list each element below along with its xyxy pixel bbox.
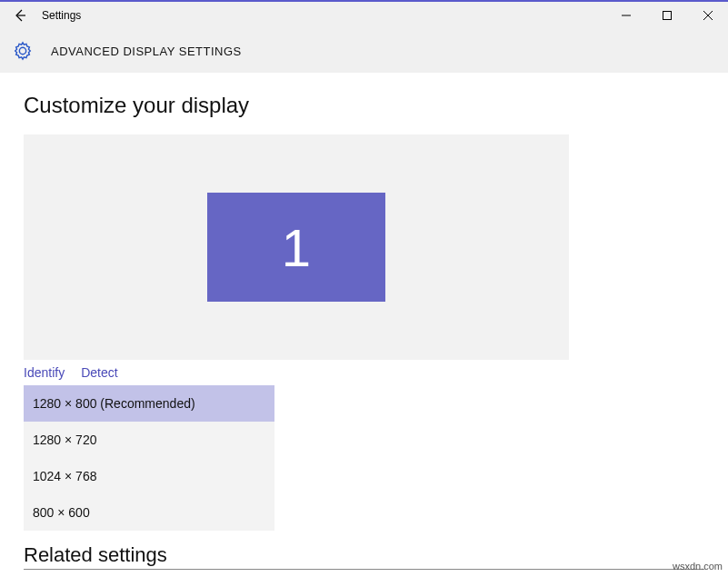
section-heading: Customize your display (24, 93, 704, 118)
window-controls (605, 2, 728, 29)
svg-rect-2 (663, 12, 671, 20)
resolution-option[interactable]: 1280 × 720 (24, 422, 274, 458)
display-actions: Identify Detect (24, 365, 704, 380)
resolution-option[interactable]: 1280 × 800 (Recommended) (24, 385, 274, 422)
window-title: Settings (42, 9, 81, 22)
detect-link[interactable]: Detect (81, 365, 117, 380)
back-arrow-icon (13, 8, 27, 23)
maximize-button[interactable] (646, 2, 687, 29)
close-button[interactable] (687, 2, 728, 29)
content-area: Customize your display 1 Identify Detect… (0, 73, 728, 570)
back-button[interactable] (0, 2, 40, 29)
minimize-button[interactable] (605, 2, 646, 29)
maximize-icon (663, 11, 672, 20)
resolution-option[interactable]: 800 × 600 (24, 494, 274, 531)
gear-icon (13, 41, 33, 61)
related-settings-heading: Related settings (24, 543, 704, 570)
monitor-number-label: 1 (282, 217, 311, 278)
resolution-option[interactable]: 1024 × 768 (24, 458, 274, 494)
identify-link[interactable]: Identify (24, 365, 65, 380)
titlebar: Settings (0, 2, 728, 29)
subheader: ADVANCED DISPLAY SETTINGS (0, 29, 728, 73)
monitor-1-tile[interactable]: 1 (207, 193, 385, 302)
page-subtitle: ADVANCED DISPLAY SETTINGS (51, 45, 242, 58)
display-preview: 1 (24, 134, 569, 360)
close-icon (703, 11, 713, 20)
watermark: wsxdn.com (673, 561, 723, 572)
resolution-dropdown-list[interactable]: 1280 × 800 (Recommended) 1280 × 720 1024… (24, 385, 274, 531)
minimize-icon (622, 11, 631, 20)
